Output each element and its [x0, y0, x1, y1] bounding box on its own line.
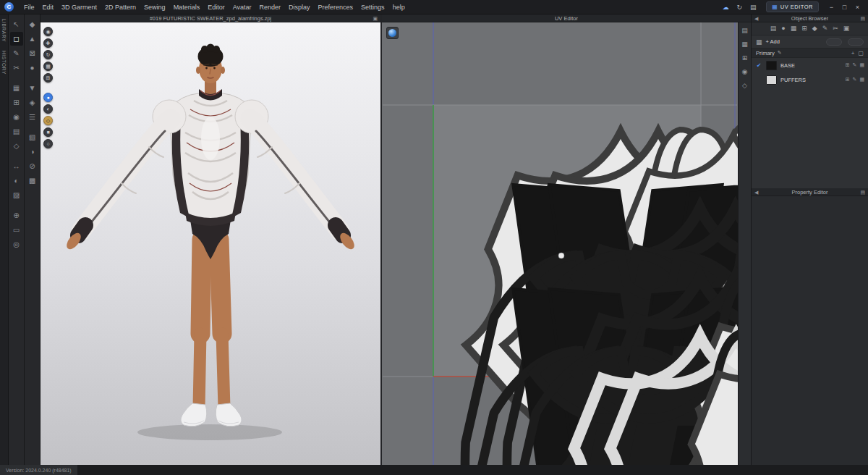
menu-editor[interactable]: Editor — [204, 2, 229, 12]
refresh-icon[interactable]: ↻ — [733, 2, 745, 12]
menu-3d-garment[interactable]: 3D Garment — [58, 2, 101, 12]
show-mesh-icon[interactable]: ▦ — [43, 62, 53, 71]
transform-tool-icon[interactable]: ◻ — [10, 32, 23, 46]
cloud-sync-icon[interactable]: ☁ — [720, 2, 731, 12]
menu-2d-pattern[interactable]: 2D Pattern — [101, 2, 140, 12]
show-grid-icon[interactable]: ⊞ — [43, 73, 53, 83]
grid-view-icon[interactable]: ⊠ — [26, 46, 39, 60]
menu-preferences[interactable]: Preferences — [315, 2, 357, 12]
edit-tab-icon[interactable]: ✎ — [822, 25, 828, 32]
layer-grid-icon[interactable]: ⊞ — [846, 62, 850, 68]
fill-view-icon[interactable]: ▩ — [26, 174, 39, 188]
select-tool-icon[interactable]: ↖ — [10, 17, 23, 31]
uv-view-icon[interactable]: ◈ — [26, 96, 39, 109]
menu-settings[interactable]: Settings — [357, 2, 388, 12]
half-view-icon[interactable]: ◑ — [26, 145, 39, 159]
fabric-tab-icon[interactable]: ▦ — [791, 25, 797, 32]
texture-tool-icon[interactable]: ▨ — [10, 188, 23, 202]
menu-materials[interactable]: Materials — [170, 2, 204, 12]
collapse-panel-icon[interactable]: ◀ — [754, 16, 758, 21]
mesh-view-icon[interactable]: ▲ — [26, 32, 39, 46]
check-icon[interactable]: ✔ — [755, 62, 762, 69]
shade-view-icon[interactable]: ▧ — [26, 130, 39, 144]
rotate-tool-icon[interactable]: ↻ — [43, 50, 53, 59]
collapse-panel-icon[interactable]: ◀ — [754, 190, 758, 195]
uv-grid-tool-icon[interactable]: ▦ — [740, 39, 750, 49]
grade-tool-icon[interactable]: ◇ — [10, 139, 23, 153]
layer-row-puffers[interactable]: PUFFERS ⊞ ✎ ▦ — [752, 72, 868, 87]
pin-panel-icon[interactable]: ▣ — [373, 16, 378, 21]
library-panel-tab[interactable]: LIBRARY — [1, 19, 7, 42]
add-set-icon[interactable]: + — [851, 50, 855, 56]
layer-swatch[interactable] — [766, 61, 777, 70]
history-panel-tab[interactable]: HISTORY — [1, 51, 7, 75]
shading-mode-icon[interactable]: ◐ — [43, 104, 53, 114]
delete-layer-button-disabled[interactable] — [848, 38, 864, 46]
point-view-icon[interactable]: ● — [26, 61, 39, 75]
pin-tool-icon[interactable]: ◉ — [10, 110, 23, 124]
panel-menu-icon[interactable]: ▤ — [860, 190, 865, 195]
menu-bar: C File Edit 3D Garment 2D Pattern Sewing… — [0, 0, 868, 14]
layer-more-icon[interactable]: ▦ — [859, 77, 864, 83]
menu-file[interactable]: File — [20, 2, 38, 12]
window-maximize-button[interactable]: □ — [838, 1, 851, 12]
pen-tool-icon[interactable]: ✎ — [10, 46, 23, 60]
menu-edit[interactable]: Edit — [39, 2, 58, 12]
uv-snap-tool-icon[interactable]: ⊞ — [740, 53, 750, 63]
layer-edit-icon[interactable]: ✎ — [853, 62, 857, 68]
layer-grid-icon[interactable]: ⊞ — [846, 77, 850, 83]
normal-view-icon[interactable]: ▼ — [26, 81, 39, 95]
uv-pin-tool-icon[interactable]: ◉ — [740, 67, 750, 77]
uv-canvas[interactable]: 1 — [382, 22, 738, 465]
3d-viewport-canvas[interactable]: ◉ ✚ ↻ ▦ ⊞ ● ◐ ◇ ■ ○ — [41, 22, 380, 465]
pattern-tool-icon[interactable]: ▦ — [10, 81, 23, 95]
copy-layer-button-disabled[interactable] — [826, 38, 842, 46]
uv-align-tool-icon[interactable]: ◇ — [740, 80, 750, 91]
gizmo-tool-icon[interactable]: ◉ — [43, 27, 53, 36]
fold-tool-icon[interactable]: ◐ — [10, 174, 23, 188]
menu-display[interactable]: Display — [285, 2, 314, 12]
zoom-tool-icon[interactable]: ⊕ — [10, 209, 23, 222]
sew-tool-icon[interactable]: ⊞ — [10, 96, 23, 109]
viewport-tool-stack: ◉ ✚ ↻ ▦ ⊞ ● ◐ ◇ ■ ○ — [43, 27, 53, 148]
measure-tool-icon[interactable]: ↔ — [10, 159, 23, 173]
uv-3d-preview-toggle[interactable] — [386, 27, 399, 39]
trim-tab-icon[interactable]: ◆ — [812, 25, 817, 32]
cut-tool-icon[interactable]: ✂ — [10, 61, 23, 75]
uv-tab-icon[interactable]: ⊞ — [801, 25, 807, 32]
menu-avatar[interactable]: Avatar — [229, 2, 255, 12]
scene-tab-icon[interactable]: ▣ — [843, 25, 850, 32]
active-display-mode-icon[interactable]: ● — [43, 93, 53, 102]
move-tool-icon[interactable]: ✚ — [43, 38, 53, 48]
garment-tab-icon[interactable]: ▤ — [770, 25, 777, 32]
window-close-button[interactable]: × — [851, 1, 864, 12]
menu-help[interactable]: help — [389, 2, 409, 12]
menu-sewing[interactable]: Sewing — [140, 2, 169, 12]
layer-swatch[interactable] — [766, 75, 777, 85]
layer-row-base[interactable]: ✔ BASE ⊞ ✎ ▦ — [752, 58, 868, 72]
panel-menu-icon[interactable]: ▤ — [860, 16, 865, 21]
workspace-selector[interactable]: ▦ UV EDITOR — [766, 1, 819, 12]
rename-icon[interactable]: ✎ — [778, 50, 782, 56]
avatar-tab-icon[interactable]: ● — [781, 25, 785, 32]
uv-set-section-bar[interactable]: Primary ✎ + ▢ — [752, 49, 868, 58]
hide-view-icon[interactable]: ⊘ — [26, 159, 39, 173]
uv-list-tool-icon[interactable]: ▤ — [740, 25, 750, 35]
avatar-display-icon[interactable]: ○ — [43, 139, 53, 148]
window-minimize-button[interactable]: − — [825, 1, 838, 12]
solid-view-icon[interactable]: ◆ — [26, 17, 39, 31]
layer-more-icon[interactable]: ▦ — [859, 62, 864, 68]
layer-view-icon[interactable]: ☰ — [26, 110, 39, 124]
smooth-tool-icon[interactable]: ◎ — [10, 238, 23, 251]
tape-tool-icon[interactable]: ▤ — [10, 125, 23, 138]
panel-layout-icon[interactable]: ▤ — [747, 2, 759, 12]
layer-edit-icon[interactable]: ✎ — [853, 77, 857, 83]
cut-tab-icon[interactable]: ✂ — [833, 25, 838, 32]
garment-display-icon[interactable]: ■ — [43, 127, 53, 137]
menu-render[interactable]: Render — [256, 2, 285, 12]
left-toolbar-secondary: ◆ ▲ ⊠ ● ▼ ◈ ☰ ▧ ◑ ⊘ ▩ — [25, 14, 41, 465]
skin-display-icon[interactable]: ◇ — [43, 116, 53, 125]
folder-icon[interactable]: ▢ — [858, 50, 864, 56]
flatten-tool-icon[interactable]: ▭ — [10, 223, 23, 237]
add-layer-button[interactable]: + Add — [766, 38, 780, 45]
